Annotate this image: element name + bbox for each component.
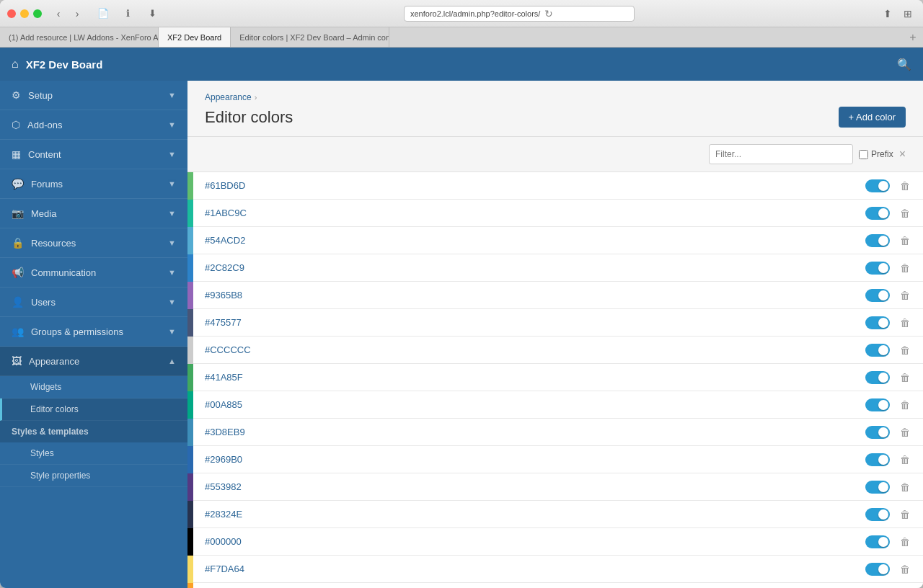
delete-button[interactable]: 🗑 [898,507,911,522]
refresh-icon[interactable]: ↻ [544,8,553,19]
delete-button[interactable]: 🗑 [898,398,911,412]
color-hex-link[interactable]: #28324E [193,509,865,520]
breadcrumb-link[interactable]: Appearance [205,92,252,102]
color-hex-link[interactable]: #000000 [193,536,865,547]
style-properties-label: Style properties [30,471,90,481]
sidebar-sub-item-widgets[interactable]: Widgets [0,376,187,398]
delete-button[interactable]: 🗑 [898,562,911,576]
color-hex-link[interactable]: #54ACD2 [193,235,865,246]
tab-2[interactable]: Editor colors | XF2 Dev Board – Admin co… [231,27,389,47]
prefix-checkbox[interactable] [859,150,868,159]
address-bar-container: xenforo2.lcl/admin.php?editor-colors/ ↻ [164,6,874,22]
toggle-switch[interactable] [865,344,890,357]
add-tab-icon[interactable]: ⊞ [900,6,916,22]
sidebar-item-content[interactable]: ▦ Content ▼ [0,140,187,169]
sidebar-item-setup[interactable]: ⚙ Setup ▼ [0,81,187,110]
sidebar: ⚙ Setup ▼ ⬡ Add-ons ▼ ▦ Content ▼ 💬 Foru… [0,81,187,588]
maximize-button[interactable] [33,9,42,18]
reader-icon: 📄 [95,6,111,22]
sidebar-item-users[interactable]: 👤 Users ▼ [0,288,187,317]
url-text: xenforo2.lcl/admin.php?editor-colors/ [410,9,540,18]
toggle-switch[interactable] [865,453,890,466]
toggle-switch[interactable] [865,426,890,439]
minimize-button[interactable] [20,9,29,18]
toggle-switch[interactable] [865,508,890,521]
color-hex-link[interactable]: #553982 [193,481,865,492]
delete-button[interactable]: 🗑 [898,179,911,193]
tab-1[interactable]: XF2 Dev Board [159,27,231,47]
sidebar-item-forums[interactable]: 💬 Forums ▼ [0,169,187,199]
toggle-switch[interactable] [865,535,890,548]
sidebar-sub-item-styles[interactable]: Styles [0,442,187,465]
color-swatch [187,282,193,309]
color-hex-link[interactable]: #2C82C9 [193,262,865,273]
delete-button[interactable]: 🗑 [898,261,911,275]
color-swatch [187,254,193,282]
toggle-switch[interactable] [865,179,890,192]
sidebar-item-groups[interactable]: 👥 Groups & permissions ▼ [0,317,187,347]
filter-input[interactable] [709,144,853,164]
page-title: Editor colors [205,108,293,127]
table-row: #FBA026🗑 [187,583,923,588]
toggle-switch[interactable] [865,398,890,411]
toggle-switch[interactable] [865,262,890,275]
toggle-switch[interactable] [865,481,890,494]
delete-button[interactable]: 🗑 [898,288,911,303]
sidebar-item-communication[interactable]: 📢 Communication ▼ [0,258,187,288]
toggle-switch[interactable] [865,234,890,247]
new-tab-button[interactable]: + [903,27,923,47]
color-hex-link[interactable]: #3D8EB9 [193,427,865,437]
add-color-button[interactable]: + Add color [839,107,906,128]
delete-button[interactable]: 🗑 [898,233,911,248]
chevron-icon: ▼ [168,209,176,218]
brand-name: XF2 Dev Board [26,58,897,71]
sidebar-sub-item-style-properties[interactable]: Style properties [0,465,187,487]
row-actions: 🗑 [865,562,923,576]
delete-button[interactable]: 🗑 [898,535,911,549]
delete-button[interactable]: 🗑 [898,370,911,385]
content-area: ⚙ Setup ▼ ⬡ Add-ons ▼ ▦ Content ▼ 💬 Foru… [0,81,923,588]
share-icon[interactable]: ⬆ [880,6,896,22]
color-hex-link[interactable]: #2969B0 [193,454,865,465]
color-hex-link[interactable]: #41A85F [193,372,865,383]
search-icon[interactable]: 🔍 [897,58,911,71]
address-bar[interactable]: xenforo2.lcl/admin.php?editor-colors/ ↻ [404,6,635,22]
toggle-switch[interactable] [865,316,890,329]
traffic-lights [7,9,42,18]
delete-button[interactable]: 🗑 [898,206,911,220]
prefix-checkbox-label: Prefix [859,149,893,159]
sidebar-item-addons[interactable]: ⬡ Add-ons ▼ [0,110,187,140]
delete-button[interactable]: 🗑 [898,480,911,494]
color-hex-link[interactable]: #1ABC9C [193,208,865,218]
color-hex-link[interactable]: #00A885 [193,399,865,410]
sidebar-item-appearance[interactable]: 🖼 Appearance ▲ [0,347,187,376]
color-hex-link[interactable]: #61BD6D [193,180,865,191]
sidebar-item-resources[interactable]: 🔒 Resources ▼ [0,228,187,258]
sidebar-sub-item-editor-colors[interactable]: Editor colors [0,398,187,421]
row-actions: 🗑 [865,343,923,357]
toggle-switch[interactable] [865,563,890,576]
sidebar-item-label-addons: Add-ons [27,120,168,130]
color-hex-link[interactable]: #CCCCCC [193,344,865,355]
toggle-switch[interactable] [865,289,890,302]
color-hex-link[interactable]: #9365B8 [193,290,865,300]
back-button[interactable]: ‹ [50,6,66,22]
sidebar-item-label-content: Content [28,149,168,160]
delete-button[interactable]: 🗑 [898,343,911,357]
color-hex-link[interactable]: #F7DA64 [193,564,865,574]
users-icon: 👤 [12,296,24,308]
forward-button[interactable]: › [69,6,85,22]
color-list: #61BD6D🗑#1ABC9C🗑#54ACD2🗑#2C82C9🗑#9365B8🗑… [187,172,923,588]
delete-button[interactable]: 🗑 [898,453,911,467]
clear-filter-button[interactable]: × [899,148,906,160]
delete-button[interactable]: 🗑 [898,425,911,440]
toggle-switch[interactable] [865,207,890,220]
toggle-switch[interactable] [865,371,890,384]
color-hex-link[interactable]: #475577 [193,317,865,328]
sidebar-item-media[interactable]: 📷 Media ▼ [0,199,187,228]
home-icon[interactable]: ⌂ [12,58,19,71]
tab-0[interactable]: (1) Add resource | LW Addons - XenForo A… [0,27,159,47]
close-button[interactable] [7,9,16,18]
top-nav: ⌂ XF2 Dev Board 🔍 [0,48,923,81]
delete-button[interactable]: 🗑 [898,316,911,330]
